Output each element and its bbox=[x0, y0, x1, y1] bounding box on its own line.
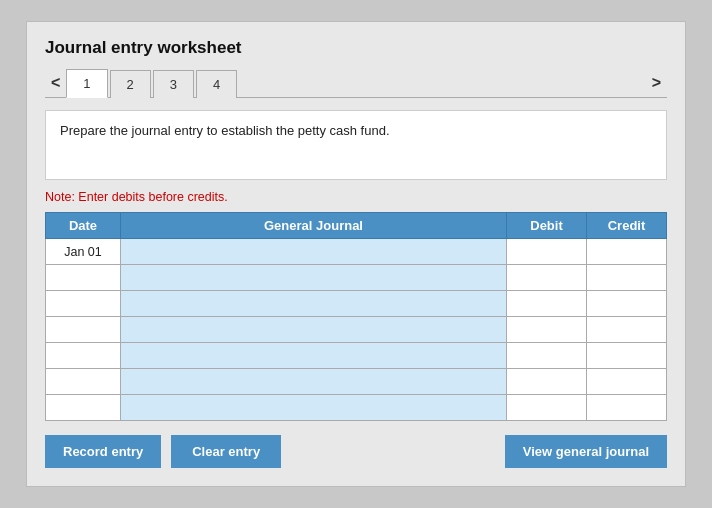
button-row: Record entry Clear entry View general jo… bbox=[45, 435, 667, 468]
credit-input-1[interactable] bbox=[591, 244, 662, 260]
credit-cell-7[interactable] bbox=[587, 395, 667, 421]
tab-2[interactable]: 2 bbox=[110, 70, 151, 98]
debit-cell-1[interactable] bbox=[507, 239, 587, 265]
record-entry-button[interactable]: Record entry bbox=[45, 435, 161, 468]
date-cell-2 bbox=[46, 265, 121, 291]
debit-cell-6[interactable] bbox=[507, 369, 587, 395]
tab-3[interactable]: 3 bbox=[153, 70, 194, 98]
gj-input-7[interactable] bbox=[125, 400, 502, 416]
debit-cell-2[interactable] bbox=[507, 265, 587, 291]
debit-input-6[interactable] bbox=[511, 374, 582, 390]
credit-input-3[interactable] bbox=[591, 296, 662, 312]
date-cell-3 bbox=[46, 291, 121, 317]
debit-input-4[interactable] bbox=[511, 322, 582, 338]
table-row bbox=[46, 369, 667, 395]
view-general-journal-button[interactable]: View general journal bbox=[505, 435, 667, 468]
credit-cell-3[interactable] bbox=[587, 291, 667, 317]
prev-nav-button[interactable]: < bbox=[45, 70, 66, 96]
tabs-row: < 1 2 3 4 > bbox=[45, 68, 667, 98]
gj-cell-4[interactable] bbox=[121, 317, 507, 343]
credit-cell-2[interactable] bbox=[587, 265, 667, 291]
debit-cell-7[interactable] bbox=[507, 395, 587, 421]
table-row bbox=[46, 395, 667, 421]
credit-input-2[interactable] bbox=[591, 270, 662, 286]
next-nav-button[interactable]: > bbox=[646, 70, 667, 96]
gj-input-6[interactable] bbox=[125, 374, 502, 390]
debit-input-2[interactable] bbox=[511, 270, 582, 286]
credit-input-4[interactable] bbox=[591, 322, 662, 338]
header-credit: Credit bbox=[587, 213, 667, 239]
credit-cell-5[interactable] bbox=[587, 343, 667, 369]
debit-cell-4[interactable] bbox=[507, 317, 587, 343]
credit-cell-4[interactable] bbox=[587, 317, 667, 343]
date-cell-1: Jan 01 bbox=[46, 239, 121, 265]
gj-input-1[interactable] bbox=[125, 244, 502, 260]
debit-input-7[interactable] bbox=[511, 400, 582, 416]
table-row bbox=[46, 317, 667, 343]
credit-input-7[interactable] bbox=[591, 400, 662, 416]
clear-entry-button[interactable]: Clear entry bbox=[171, 435, 281, 468]
header-date: Date bbox=[46, 213, 121, 239]
gj-input-2[interactable] bbox=[125, 270, 502, 286]
gj-input-4[interactable] bbox=[125, 322, 502, 338]
page-title: Journal entry worksheet bbox=[45, 38, 667, 58]
credit-input-6[interactable] bbox=[591, 374, 662, 390]
date-cell-7 bbox=[46, 395, 121, 421]
credit-input-5[interactable] bbox=[591, 348, 662, 364]
gj-input-3[interactable] bbox=[125, 296, 502, 312]
tab-1[interactable]: 1 bbox=[66, 69, 107, 98]
credit-cell-1[interactable] bbox=[587, 239, 667, 265]
tab-4[interactable]: 4 bbox=[196, 70, 237, 98]
debit-input-1[interactable] bbox=[511, 244, 582, 260]
main-card: Journal entry worksheet < 1 2 3 4 > Prep… bbox=[26, 21, 686, 487]
debit-input-5[interactable] bbox=[511, 348, 582, 364]
gj-cell-6[interactable] bbox=[121, 369, 507, 395]
date-cell-4 bbox=[46, 317, 121, 343]
instruction-box: Prepare the journal entry to establish t… bbox=[45, 110, 667, 180]
debit-cell-5[interactable] bbox=[507, 343, 587, 369]
gj-cell-7[interactable] bbox=[121, 395, 507, 421]
gj-cell-5[interactable] bbox=[121, 343, 507, 369]
gj-input-5[interactable] bbox=[125, 348, 502, 364]
journal-table: Date General Journal Debit Credit Jan 01 bbox=[45, 212, 667, 421]
table-row bbox=[46, 265, 667, 291]
debit-input-3[interactable] bbox=[511, 296, 582, 312]
table-row bbox=[46, 343, 667, 369]
header-general-journal: General Journal bbox=[121, 213, 507, 239]
header-debit: Debit bbox=[507, 213, 587, 239]
credit-cell-6[interactable] bbox=[587, 369, 667, 395]
instruction-text: Prepare the journal entry to establish t… bbox=[60, 123, 390, 138]
gj-cell-1[interactable] bbox=[121, 239, 507, 265]
table-row bbox=[46, 291, 667, 317]
date-cell-5 bbox=[46, 343, 121, 369]
note-text: Note: Enter debits before credits. bbox=[45, 190, 667, 204]
table-row: Jan 01 bbox=[46, 239, 667, 265]
gj-cell-3[interactable] bbox=[121, 291, 507, 317]
debit-cell-3[interactable] bbox=[507, 291, 587, 317]
gj-cell-2[interactable] bbox=[121, 265, 507, 291]
date-cell-6 bbox=[46, 369, 121, 395]
